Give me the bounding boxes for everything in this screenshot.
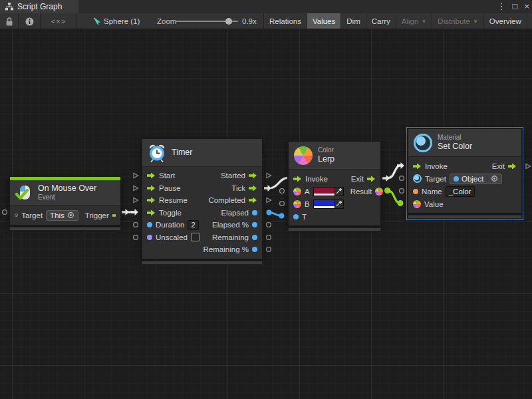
node-set-color[interactable]: Material Set Color Invoke Exit [408,128,522,219]
align-dropdown[interactable]: Align▼ [396,13,432,29]
duration-field[interactable]: 2 [188,220,198,230]
flow-arrow-icon[interactable] [147,185,156,192]
value-port-icon[interactable] [252,222,257,227]
input-unscaled: Unscaled [156,233,188,241]
target-object-pill[interactable]: Object [450,174,502,184]
value-port-icon[interactable] [293,214,299,219]
flow-arrow-icon[interactable] [249,185,257,192]
flow-arrow-icon[interactable] [367,176,376,182]
code-view-button[interactable]: <×> [41,13,76,29]
carry-button[interactable]: Carry [366,13,396,29]
target-this-pill[interactable]: This [46,210,78,221]
value-port-icon[interactable] [147,235,152,240]
flow-arrow-icon[interactable] [147,172,156,179]
port-flow-in-toggle-connected[interactable] [131,209,139,215]
output-remaining-pct: Remaining % [203,245,249,253]
output-result: Result [350,188,372,196]
flow-arrow-icon[interactable] [112,212,116,219]
window-menu-icon[interactable]: ⋮ [497,0,506,13]
port-value-out-remaining[interactable] [265,234,272,241]
port-flow-in-resume[interactable] [132,197,139,203]
object-picker-icon[interactable] [491,175,498,182]
port-value-in-b[interactable] [279,200,285,207]
relations-button[interactable]: Relations [263,13,307,29]
tab-script-graph[interactable]: Script Graph [0,0,78,13]
node-color-lerp[interactable]: Color Lerp Invoke Exit A [288,141,381,231]
overview-button[interactable]: Overview [483,13,527,29]
node-footer[interactable] [408,215,522,219]
eyedropper-icon[interactable] [336,188,342,194]
port-value-in-a[interactable] [279,188,285,194]
unscaled-checkbox[interactable] [191,233,200,241]
tab-title: Script Graph [17,2,62,11]
material-port-icon[interactable] [413,174,422,183]
port-value-in-target-sc[interactable] [398,175,405,182]
color-port-icon[interactable] [293,188,301,196]
port-flow-out-tick-connected[interactable] [264,185,272,192]
zoom-slider-handle[interactable] [225,18,232,25]
value-port-icon[interactable] [413,189,418,194]
port-flow-out-trigger-connected[interactable] [122,209,130,215]
maximize-icon[interactable]: □ [513,0,518,13]
graph-icon [5,3,13,11]
input-invoke: Invoke [305,175,328,183]
zoom-value: 0.9x [242,13,257,29]
object-picker-icon[interactable] [67,211,74,219]
flow-arrow-icon[interactable] [249,197,257,203]
port-flow-out-exit-setcolor[interactable] [525,163,531,170]
context-breadcrumb[interactable]: Sphere (1) [104,13,140,29]
port-flow-out-completed[interactable] [265,197,272,203]
wire-tick-invoke[interactable] [271,178,287,188]
color-wheel-icon [294,146,313,165]
close-icon[interactable]: × [524,0,529,13]
values-button[interactable]: Values [307,13,340,29]
node-footer[interactable] [9,227,121,231]
port-value-in-unscaled[interactable] [132,234,139,241]
dim-button[interactable]: Dim [340,13,365,29]
port-flow-in-invoke-sc-connected[interactable] [397,162,405,169]
flow-arrow-icon[interactable] [147,197,156,203]
value-port-icon[interactable] [252,247,257,252]
color-port-icon[interactable] [413,200,421,208]
flow-arrow-icon[interactable] [508,163,517,170]
distribute-dropdown[interactable]: Distribute▼ [432,13,483,29]
eyedropper-icon[interactable] [336,201,342,207]
port-flow-out-exit-lerp-connected[interactable] [382,175,390,182]
port-flow-in-pause[interactable] [132,185,139,192]
value-port-icon[interactable] [147,222,152,227]
port-value-in-duration[interactable] [132,221,139,228]
flow-arrow-icon[interactable] [147,209,156,216]
input-invoke: Invoke [425,162,448,170]
node-footer[interactable] [288,227,381,231]
fullscreen-button[interactable]: Full Screen [527,13,532,29]
title-bar: Script Graph ⋮ □ × [0,0,532,13]
graph-canvas[interactable]: On Mouse Over Event Target This [0,29,532,399]
node-kicker: Color [318,146,334,154]
name-field[interactable]: _Color [446,186,475,197]
flow-arrow-icon[interactable] [293,176,302,182]
port-value-out-remaining-pct[interactable] [265,246,272,253]
color-port-icon[interactable] [375,188,383,196]
node-footer[interactable] [142,261,263,265]
port-value-in-target-omo[interactable] [1,209,8,215]
node-title: Lerp [318,154,334,164]
cube-icon [15,211,18,219]
port-flow-out-started[interactable] [265,172,272,179]
port-value-in-name[interactable] [398,188,405,194]
flow-arrow-icon[interactable] [249,172,257,179]
node-on-mouse-over[interactable]: On Mouse Over Event Target This [9,176,121,231]
port-flow-in-start[interactable] [132,172,139,179]
lock-button[interactable] [0,13,18,29]
value-port-icon[interactable] [252,210,257,215]
value-port-icon[interactable] [252,235,257,240]
color-port-icon[interactable] [293,200,301,208]
info-button[interactable] [19,13,40,29]
input-t: T [302,213,307,221]
color-field-b[interactable] [313,200,344,209]
port-value-out-elapsed-pct[interactable] [265,221,272,228]
flow-arrow-icon[interactable] [413,163,422,170]
color-field-a[interactable] [313,187,344,196]
node-timer[interactable]: Timer Start Started Pause Tick [142,138,263,265]
script-graph-window: Script Graph ⋮ □ × <×> [0,0,532,399]
node-title: Set Color [438,142,472,152]
